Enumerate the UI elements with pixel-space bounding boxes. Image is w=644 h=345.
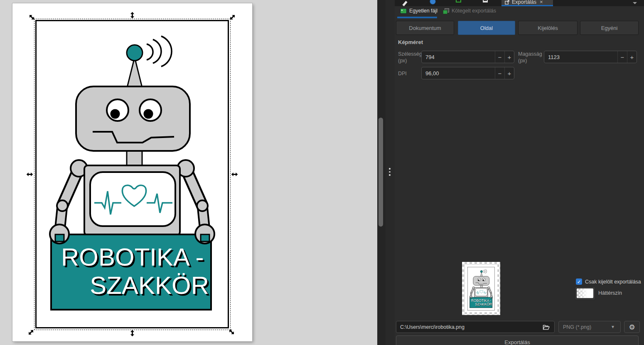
image-tab-icon[interactable] <box>456 0 461 2</box>
tab-batch-export-label: Kötegelt exportálás <box>452 8 496 14</box>
single-image-icon <box>400 8 407 14</box>
dpi-value: 96,00 <box>425 70 439 76</box>
selection-handle-top[interactable] <box>129 12 136 19</box>
batch-images-icon <box>443 8 449 14</box>
tab-single-file-label: Egyetlen fájl <box>409 8 438 14</box>
dock-menu-chevron-icon[interactable] <box>633 2 637 4</box>
height-value: 1123 <box>548 54 560 60</box>
gear-icon: ⚙ <box>629 323 635 331</box>
objects-tab-icon[interactable] <box>430 0 436 5</box>
export-path-input[interactable]: C:\Users\merci\robotika.png <box>396 321 555 333</box>
height-plus-button[interactable]: + <box>627 51 637 63</box>
dpi-field[interactable]: 96,00 − + <box>421 67 514 79</box>
export-icon <box>505 0 509 5</box>
canvas-scrollbar[interactable] <box>377 0 386 345</box>
export-preview <box>462 262 500 315</box>
scope-page-button[interactable]: Oldal <box>458 21 515 35</box>
selection-handle-right[interactable] <box>231 171 238 178</box>
export-mode-tabs: Egyetlen fájl Kötegelt exportálás <box>395 6 644 19</box>
export-button[interactable]: Exportálás <box>396 335 639 345</box>
tab-single-file[interactable]: Egyetlen fájl <box>400 8 438 14</box>
canvas-scrollbar-thumb[interactable] <box>379 118 383 227</box>
export-panel: Exportálás × Egyetlen fájl Kötegelt expo… <box>395 0 644 345</box>
transparency-checker <box>577 288 593 298</box>
background-color-label: Háttérszín <box>598 290 622 296</box>
export-path-value: C:\Users\merci\robotika.png <box>400 324 465 330</box>
active-subtab-underline <box>397 17 437 18</box>
export-selected-only-label: Csak kijelölt exportálása <box>585 279 641 285</box>
dpi-plus-button[interactable]: + <box>504 67 514 79</box>
scope-custom-button[interactable]: Egyéni <box>580 21 639 35</box>
file-format-value: PNG (*.png) <box>563 324 591 330</box>
width-label: Szélesség(px) <box>398 51 422 64</box>
tab-export[interactable]: Exportálás × <box>501 0 553 6</box>
dialog-tab-bar: Exportálás × <box>395 0 644 6</box>
height-field[interactable]: 1123 − + <box>544 51 637 63</box>
dpi-label: DPI <box>398 70 407 77</box>
tab-export-label: Exportálás <box>512 0 536 5</box>
folder-open-icon <box>543 324 550 330</box>
scope-document-button[interactable]: Dokumentum <box>396 21 454 35</box>
width-field[interactable]: 794 − + <box>421 51 514 63</box>
dpi-minus-button[interactable]: − <box>495 67 504 79</box>
width-minus-button[interactable]: − <box>495 51 504 63</box>
selection-handle-left[interactable] <box>26 171 33 178</box>
pencil-tool-tab-icon[interactable] <box>402 1 407 6</box>
tab-close-icon[interactable]: × <box>540 0 543 5</box>
checkmark-icon: ✓ <box>577 279 581 285</box>
export-settings-button[interactable]: ⚙ <box>624 321 640 333</box>
export-selected-only-checkbox[interactable]: ✓ <box>576 278 582 285</box>
poster-artwork[interactable] <box>35 20 229 328</box>
dropdown-arrow-icon: ▾ <box>612 324 614 330</box>
image-size-heading: Képméret <box>398 39 423 45</box>
width-value: 794 <box>425 54 435 60</box>
selection-handle-bottom[interactable] <box>129 330 136 337</box>
background-color-swatch[interactable] <box>575 286 595 300</box>
panel-resize-divider[interactable] <box>386 0 395 345</box>
layers-tab-icon[interactable] <box>483 0 488 2</box>
export-preview-page <box>465 265 497 312</box>
inkscape-window: Exportálás × Egyetlen fájl Kötegelt expo… <box>0 0 644 345</box>
height-minus-button[interactable]: − <box>617 51 627 63</box>
browse-folder-button[interactable] <box>541 323 551 331</box>
tab-batch-export[interactable]: Kötegelt exportálás <box>443 8 496 14</box>
height-label: Magasság(px) <box>518 51 542 64</box>
scope-selection-button[interactable]: Kijelölés <box>518 21 578 35</box>
canvas[interactable] <box>0 0 377 345</box>
width-plus-button[interactable]: + <box>504 51 514 63</box>
panel-resize-grip[interactable] <box>389 168 391 177</box>
export-preview-artwork <box>467 267 495 310</box>
